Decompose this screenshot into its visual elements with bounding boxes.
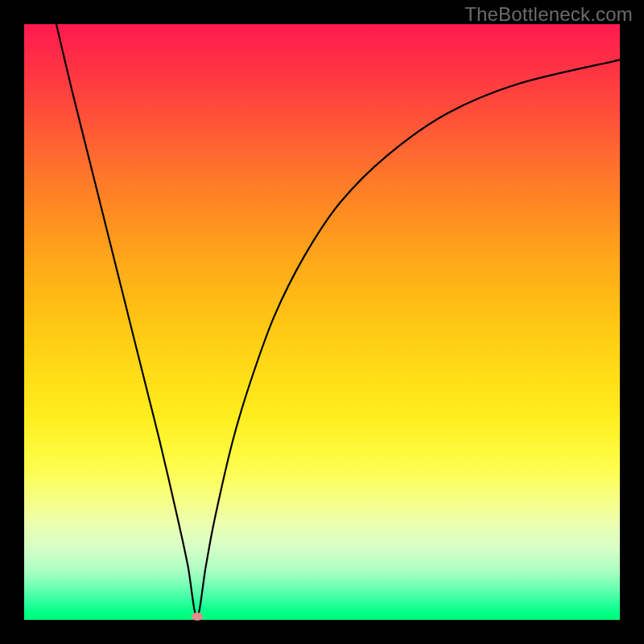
- min-point-marker: [192, 613, 203, 621]
- bottleneck-curve: [24, 24, 620, 620]
- watermark-label: TheBottleneck.com: [464, 3, 633, 26]
- chart-frame: TheBottleneck.com: [0, 0, 644, 644]
